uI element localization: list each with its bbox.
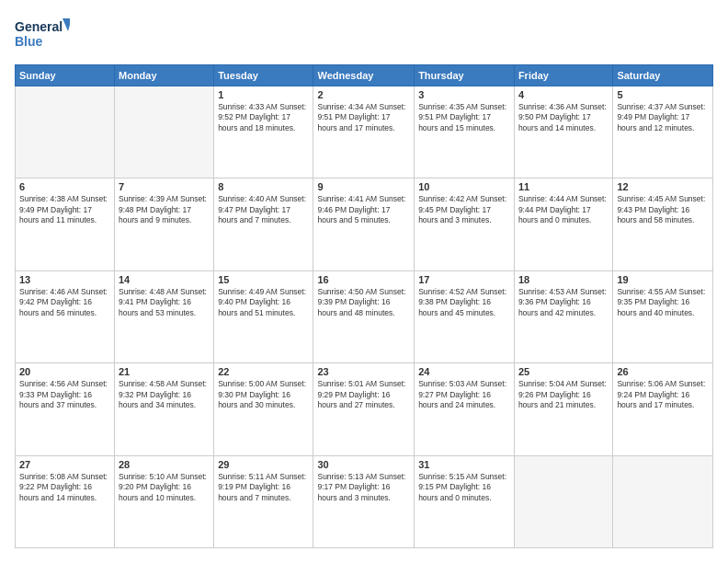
day-info: Sunrise: 4:44 AM Sunset: 9:44 PM Dayligh… [518,194,609,225]
day-info: Sunrise: 4:49 AM Sunset: 9:40 PM Dayligh… [218,287,309,318]
day-cell [613,455,713,547]
col-header-friday: Friday [514,65,612,86]
col-header-thursday: Thursday [415,65,515,86]
day-number: 20 [19,366,110,377]
day-number: 26 [617,366,709,377]
day-cell: 11Sunrise: 4:44 AM Sunset: 9:44 PM Dayli… [514,178,612,270]
day-cell: 20Sunrise: 4:56 AM Sunset: 9:33 PM Dayli… [16,363,115,455]
day-info: Sunrise: 5:00 AM Sunset: 9:30 PM Dayligh… [218,379,309,410]
week-row-2: 6Sunrise: 4:38 AM Sunset: 9:49 PM Daylig… [16,178,713,270]
day-info: Sunrise: 5:13 AM Sunset: 9:17 PM Dayligh… [317,472,410,503]
week-row-5: 27Sunrise: 5:08 AM Sunset: 9:22 PM Dayli… [16,455,713,547]
day-number: 28 [119,459,210,470]
day-info: Sunrise: 4:55 AM Sunset: 9:35 PM Dayligh… [617,287,709,318]
day-info: Sunrise: 4:37 AM Sunset: 9:49 PM Dayligh… [617,102,709,133]
day-number: 3 [418,89,510,100]
col-header-sunday: Sunday [16,65,115,86]
day-cell: 13Sunrise: 4:46 AM Sunset: 9:42 PM Dayli… [16,270,115,362]
day-cell: 30Sunrise: 5:13 AM Sunset: 9:17 PM Dayli… [313,455,415,547]
day-number: 29 [218,459,309,470]
day-number: 15 [218,274,309,285]
calendar-header-row: SundayMondayTuesdayWednesdayThursdayFrid… [16,65,713,86]
day-info: Sunrise: 4:46 AM Sunset: 9:42 PM Dayligh… [19,287,110,318]
day-cell: 5Sunrise: 4:37 AM Sunset: 9:49 PM Daylig… [613,86,713,178]
day-number: 24 [418,366,510,377]
day-info: Sunrise: 4:39 AM Sunset: 9:48 PM Dayligh… [119,194,210,225]
day-number: 16 [317,274,410,285]
day-number: 1 [218,89,309,100]
day-info: Sunrise: 4:33 AM Sunset: 9:52 PM Dayligh… [218,102,309,133]
day-cell: 8Sunrise: 4:40 AM Sunset: 9:47 PM Daylig… [214,178,313,270]
day-info: Sunrise: 4:45 AM Sunset: 9:43 PM Dayligh… [617,194,709,225]
day-cell: 18Sunrise: 4:53 AM Sunset: 9:36 PM Dayli… [514,270,612,362]
col-header-wednesday: Wednesday [313,65,415,86]
day-cell: 28Sunrise: 5:10 AM Sunset: 9:20 PM Dayli… [115,455,214,547]
day-info: Sunrise: 5:11 AM Sunset: 9:19 PM Dayligh… [218,472,309,503]
day-number: 14 [119,274,210,285]
day-info: Sunrise: 4:36 AM Sunset: 9:50 PM Dayligh… [518,102,609,133]
day-cell: 22Sunrise: 5:00 AM Sunset: 9:30 PM Dayli… [214,363,313,455]
day-cell: 3Sunrise: 4:35 AM Sunset: 9:51 PM Daylig… [415,86,515,178]
day-info: Sunrise: 4:41 AM Sunset: 9:46 PM Dayligh… [317,194,410,225]
day-cell: 16Sunrise: 4:50 AM Sunset: 9:39 PM Dayli… [313,270,415,362]
col-header-saturday: Saturday [613,65,713,86]
day-number: 6 [19,181,110,192]
day-cell: 31Sunrise: 5:15 AM Sunset: 9:15 PM Dayli… [415,455,515,547]
day-info: Sunrise: 4:48 AM Sunset: 9:41 PM Dayligh… [119,287,210,318]
day-number: 9 [317,181,410,192]
day-info: Sunrise: 4:40 AM Sunset: 9:47 PM Dayligh… [218,194,309,225]
day-cell: 23Sunrise: 5:01 AM Sunset: 9:29 PM Dayli… [313,363,415,455]
day-cell: 26Sunrise: 5:06 AM Sunset: 9:24 PM Dayli… [613,363,713,455]
day-number: 30 [317,459,410,470]
day-number: 8 [218,181,309,192]
day-number: 17 [418,274,510,285]
day-info: Sunrise: 4:56 AM Sunset: 9:33 PM Dayligh… [19,379,110,410]
svg-marker-2 [63,18,70,31]
day-info: Sunrise: 5:04 AM Sunset: 9:26 PM Dayligh… [518,379,609,410]
day-info: Sunrise: 4:52 AM Sunset: 9:38 PM Dayligh… [418,287,510,318]
day-cell: 7Sunrise: 4:39 AM Sunset: 9:48 PM Daylig… [115,178,214,270]
day-info: Sunrise: 4:34 AM Sunset: 9:51 PM Dayligh… [317,102,410,133]
day-number: 25 [518,366,609,377]
day-info: Sunrise: 4:42 AM Sunset: 9:45 PM Dayligh… [418,194,510,225]
day-number: 10 [418,181,510,192]
day-info: Sunrise: 5:10 AM Sunset: 9:20 PM Dayligh… [119,472,210,503]
day-cell: 1Sunrise: 4:33 AM Sunset: 9:52 PM Daylig… [214,86,313,178]
header: General Blue [15,15,713,55]
day-info: Sunrise: 4:53 AM Sunset: 9:36 PM Dayligh… [518,287,609,318]
day-cell: 25Sunrise: 5:04 AM Sunset: 9:26 PM Dayli… [514,363,612,455]
week-row-1: 1Sunrise: 4:33 AM Sunset: 9:52 PM Daylig… [16,86,713,178]
day-info: Sunrise: 5:15 AM Sunset: 9:15 PM Dayligh… [418,472,510,503]
day-number: 19 [617,274,709,285]
svg-text:General: General [15,19,63,34]
day-cell: 4Sunrise: 4:36 AM Sunset: 9:50 PM Daylig… [514,86,612,178]
day-number: 18 [518,274,609,285]
day-cell: 29Sunrise: 5:11 AM Sunset: 9:19 PM Dayli… [214,455,313,547]
calendar-table: SundayMondayTuesdayWednesdayThursdayFrid… [15,64,713,548]
day-number: 5 [617,89,709,100]
day-number: 21 [119,366,210,377]
day-info: Sunrise: 4:35 AM Sunset: 9:51 PM Dayligh… [418,102,510,133]
week-row-4: 20Sunrise: 4:56 AM Sunset: 9:33 PM Dayli… [16,363,713,455]
day-info: Sunrise: 4:58 AM Sunset: 9:32 PM Dayligh… [119,379,210,410]
day-info: Sunrise: 5:01 AM Sunset: 9:29 PM Dayligh… [317,379,410,410]
day-number: 4 [518,89,609,100]
day-cell: 21Sunrise: 4:58 AM Sunset: 9:32 PM Dayli… [115,363,214,455]
day-cell: 27Sunrise: 5:08 AM Sunset: 9:22 PM Dayli… [16,455,115,547]
day-number: 27 [19,459,110,470]
day-cell [115,86,214,178]
week-row-3: 13Sunrise: 4:46 AM Sunset: 9:42 PM Dayli… [16,270,713,362]
day-cell: 6Sunrise: 4:38 AM Sunset: 9:49 PM Daylig… [16,178,115,270]
day-cell: 9Sunrise: 4:41 AM Sunset: 9:46 PM Daylig… [313,178,415,270]
day-cell [514,455,612,547]
day-cell: 10Sunrise: 4:42 AM Sunset: 9:45 PM Dayli… [415,178,515,270]
day-number: 31 [418,459,510,470]
day-info: Sunrise: 4:50 AM Sunset: 9:39 PM Dayligh… [317,287,410,318]
day-number: 11 [518,181,609,192]
logo-svg: General Blue [15,15,70,55]
day-cell: 12Sunrise: 4:45 AM Sunset: 9:43 PM Dayli… [613,178,713,270]
day-cell: 14Sunrise: 4:48 AM Sunset: 9:41 PM Dayli… [115,270,214,362]
day-cell: 15Sunrise: 4:49 AM Sunset: 9:40 PM Dayli… [214,270,313,362]
day-info: Sunrise: 4:38 AM Sunset: 9:49 PM Dayligh… [19,194,110,225]
day-cell: 24Sunrise: 5:03 AM Sunset: 9:27 PM Dayli… [415,363,515,455]
